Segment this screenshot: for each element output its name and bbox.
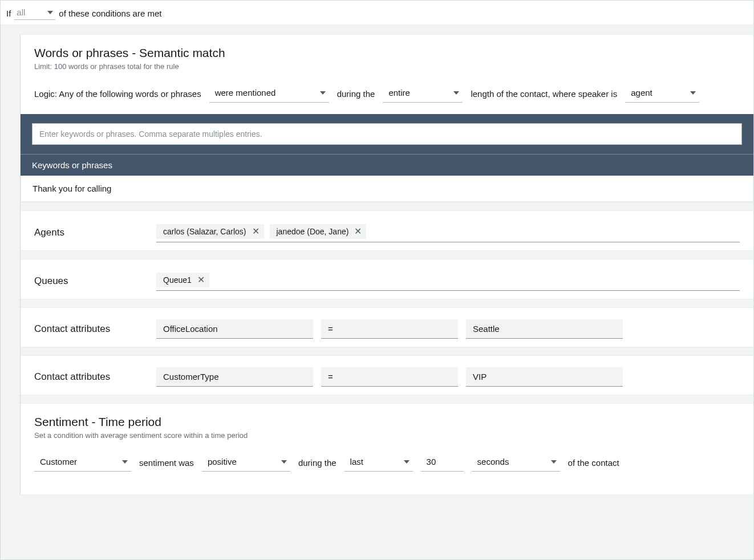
agent-chip: janedoe (Doe, Jane) ✕ bbox=[270, 224, 367, 239]
chevron-down-icon bbox=[404, 460, 410, 464]
header-suffix: of these conditions are met bbox=[59, 9, 161, 18]
attr-op-value: = bbox=[328, 372, 333, 382]
sentiment-subtitle: Set a condition with average sentiment s… bbox=[34, 431, 740, 440]
speaker-dropdown[interactable]: agent bbox=[625, 84, 699, 103]
during-label: during the bbox=[337, 89, 375, 99]
sentiment-row: Customer sentiment was positive during t… bbox=[34, 453, 740, 472]
chevron-down-icon bbox=[690, 91, 696, 95]
unit-value: seconds bbox=[477, 457, 509, 466]
length-label: length of the contact, where speaker is bbox=[471, 89, 617, 99]
queues-chip-input[interactable]: Queue1 ✕ bbox=[156, 271, 740, 291]
keyword-input[interactable] bbox=[32, 123, 742, 145]
contact-attr-card: Contact attributes OfficeLocation = Seat… bbox=[21, 307, 753, 347]
semantic-match-card: Words or phrases - Semantic match Limit:… bbox=[21, 34, 753, 202]
chevron-down-icon bbox=[320, 91, 326, 95]
sentiment-title: Sentiment - Time period bbox=[34, 415, 740, 429]
position-dropdown[interactable]: last bbox=[344, 453, 413, 472]
agents-chip-input[interactable]: carlos (Salazar, Carlos) ✕ janedoe (Doe,… bbox=[156, 222, 740, 242]
sentiment-card: Sentiment - Time period Set a condition … bbox=[21, 403, 753, 495]
attr-value-input[interactable]: VIP bbox=[466, 367, 623, 387]
condition-header: If all of these conditions are met bbox=[1, 1, 753, 25]
attr-key-input[interactable]: OfficeLocation bbox=[156, 319, 313, 339]
queue-chip: Queue1 ✕ bbox=[156, 273, 209, 287]
agents-label: Agents bbox=[34, 227, 148, 238]
keyword-list: Thank you for calling bbox=[21, 176, 753, 202]
sentiment-suffix: of the contact bbox=[568, 458, 619, 468]
attr-key-input[interactable]: CustomerType bbox=[156, 367, 313, 387]
keyword-list-header: Keywords or phrases bbox=[21, 154, 753, 176]
chevron-down-icon bbox=[453, 91, 459, 95]
chevron-down-icon bbox=[281, 460, 287, 464]
semantic-title: Words or phrases - Semantic match bbox=[34, 46, 740, 60]
queue-chip-label: Queue1 bbox=[163, 275, 192, 285]
logic-prefix: Logic: Any of the following words or phr… bbox=[34, 89, 201, 99]
chevron-down-icon bbox=[551, 460, 557, 464]
logic-row: Logic: Any of the following words or phr… bbox=[34, 84, 740, 103]
chevron-down-icon bbox=[47, 11, 53, 14]
agents-card: Agents carlos (Salazar, Carlos) ✕ janedo… bbox=[21, 210, 753, 251]
unit-dropdown[interactable]: seconds bbox=[472, 453, 560, 472]
agent-chip-label: carlos (Salazar, Carlos) bbox=[163, 227, 246, 236]
close-icon[interactable]: ✕ bbox=[354, 227, 362, 236]
mention-value: were mentioned bbox=[215, 88, 276, 98]
participant-dropdown[interactable]: Customer bbox=[34, 453, 131, 472]
queues-card: Queues Queue1 ✕ bbox=[21, 259, 753, 299]
agent-chip: carlos (Salazar, Carlos) ✕ bbox=[156, 224, 264, 239]
attr-value-input[interactable]: Seattle bbox=[466, 319, 623, 339]
match-type-dropdown[interactable]: all bbox=[14, 6, 55, 20]
keyword-input-bar bbox=[21, 114, 753, 154]
close-icon[interactable]: ✕ bbox=[197, 275, 205, 285]
attr-operator-dropdown[interactable]: = bbox=[321, 319, 458, 339]
polarity-dropdown[interactable]: positive bbox=[202, 453, 290, 472]
close-icon[interactable]: ✕ bbox=[252, 227, 260, 236]
participant-value: Customer bbox=[40, 457, 77, 466]
sentiment-was-label: sentiment was bbox=[139, 458, 194, 468]
duration-input[interactable]: 30 bbox=[421, 453, 464, 472]
scope-dropdown[interactable]: entire bbox=[383, 84, 463, 103]
speaker-value: agent bbox=[631, 88, 652, 98]
contact-attr-card: Contact attributes CustomerType = VIP bbox=[21, 355, 753, 395]
mention-dropdown[interactable]: were mentioned bbox=[209, 84, 329, 103]
scope-value: entire bbox=[388, 88, 410, 98]
sentiment-during-label: during the bbox=[298, 458, 337, 468]
match-type-value: all bbox=[17, 7, 25, 17]
polarity-value: positive bbox=[208, 457, 237, 466]
contact-attr-label: Contact attributes bbox=[34, 371, 148, 383]
chevron-down-icon bbox=[122, 460, 128, 464]
semantic-subtitle: Limit: 100 words or phrases total for th… bbox=[34, 62, 740, 71]
queues-label: Queues bbox=[34, 275, 148, 287]
if-label: If bbox=[6, 9, 11, 18]
attr-op-value: = bbox=[328, 324, 333, 334]
agent-chip-label: janedoe (Doe, Jane) bbox=[277, 227, 349, 236]
keyword-item: Thank you for calling bbox=[21, 176, 753, 201]
position-value: last bbox=[350, 457, 363, 466]
contact-attr-label: Contact attributes bbox=[34, 323, 148, 335]
attr-operator-dropdown[interactable]: = bbox=[321, 367, 458, 387]
